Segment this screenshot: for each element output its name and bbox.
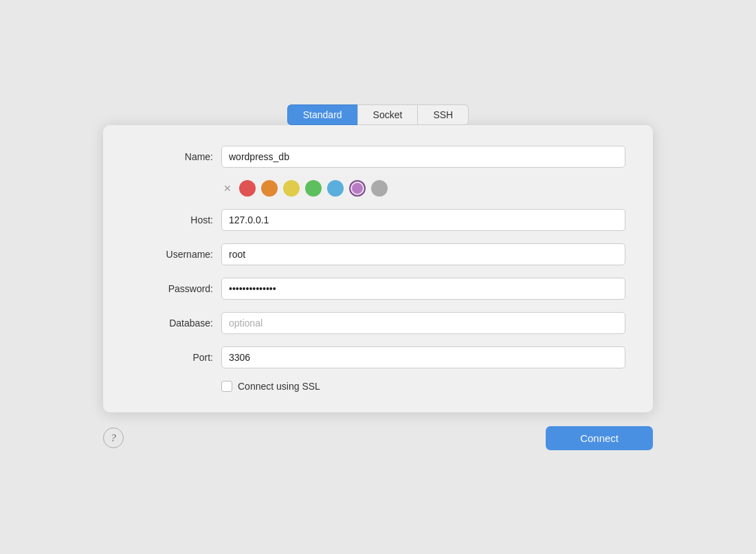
password-label: Password: <box>131 283 213 294</box>
ssl-row: Connect using SSL <box>221 381 625 392</box>
password-input[interactable] <box>221 278 625 300</box>
color-red[interactable] <box>239 180 256 197</box>
color-orange[interactable] <box>261 180 278 197</box>
host-input[interactable] <box>221 209 625 231</box>
database-label: Database: <box>131 318 213 329</box>
tab-ssh[interactable]: SSH <box>418 104 469 125</box>
ssl-checkbox[interactable] <box>221 381 232 392</box>
username-row: Username: <box>131 243 625 265</box>
color-row: ✕ <box>221 180 625 197</box>
password-row: Password: <box>131 278 625 300</box>
color-yellow[interactable] <box>283 180 300 197</box>
tab-standard[interactable]: Standard <box>287 104 357 125</box>
name-label: Name: <box>131 151 213 162</box>
name-row: Name: <box>131 146 625 168</box>
host-label: Host: <box>131 214 213 225</box>
port-input[interactable] <box>221 346 625 368</box>
port-label: Port: <box>131 352 213 363</box>
host-row: Host: <box>131 209 625 231</box>
tab-socket[interactable]: Socket <box>357 104 419 125</box>
dialog-wrapper: Standard Socket SSH Name: ✕ Host: Us <box>103 104 653 450</box>
dialog-panel: Name: ✕ Host: Username: Password: <box>103 125 653 412</box>
color-green[interactable] <box>305 180 322 197</box>
help-button[interactable]: ? <box>103 428 124 448</box>
username-label: Username: <box>131 249 213 260</box>
username-input[interactable] <box>221 243 625 265</box>
color-gray[interactable] <box>371 180 388 197</box>
tab-bar: Standard Socket SSH <box>287 104 469 125</box>
connect-button[interactable]: Connect <box>546 426 653 450</box>
port-row: Port: <box>131 346 625 368</box>
ssl-label: Connect using SSL <box>238 381 320 392</box>
name-input[interactable] <box>221 146 625 168</box>
database-row: Database: <box>131 312 625 334</box>
database-input[interactable] <box>221 312 625 334</box>
bottom-bar: ? Connect <box>103 426 653 450</box>
color-blue[interactable] <box>327 180 344 197</box>
color-clear-button[interactable]: ✕ <box>221 182 234 195</box>
color-purple[interactable] <box>349 180 366 197</box>
